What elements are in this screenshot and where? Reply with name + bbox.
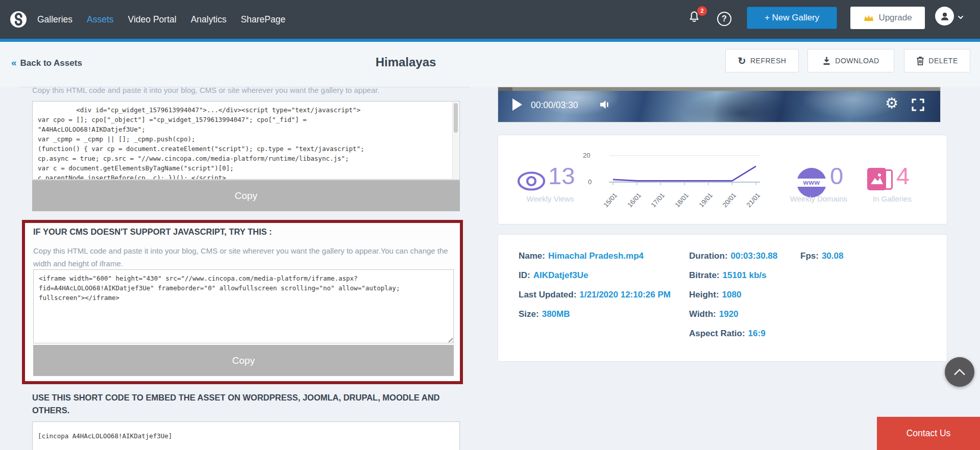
- code-scrollbar-thumb[interactable]: [454, 103, 458, 133]
- chart-xtick: 19/01: [694, 191, 715, 213]
- chart-xtick: 15/01: [598, 191, 619, 213]
- seek-bar[interactable]: [498, 87, 940, 91]
- trash-icon: [916, 56, 924, 66]
- cms-no-javascript-section: IF YOUR CMS DOESN'T SUPPORT JAVASCRIPT, …: [22, 220, 463, 384]
- download-label: DOWNLOAD: [835, 57, 879, 65]
- play-button[interactable]: [512, 98, 522, 111]
- weekly-views-value: 13: [548, 162, 575, 190]
- delete-button[interactable]: DELETE: [904, 49, 970, 72]
- asset-details-card: Name:Himachal Pradesh.mp4 ID:AIKDatjef3U…: [498, 234, 947, 362]
- refresh-button[interactable]: ↻ REFRESH: [725, 49, 799, 72]
- nav-item-analytics[interactable]: Analytics: [191, 14, 227, 25]
- www-domains-icon: www: [797, 168, 826, 197]
- chart-xtick: 18/01: [670, 191, 691, 213]
- top-navigation-bar: Galleries Assets Video Portal Analytics …: [0, 0, 980, 39]
- in-galleries-label: In Galleries: [862, 194, 923, 203]
- refresh-label: REFRESH: [750, 57, 786, 65]
- nav-items: Galleries Assets Video Portal Analytics …: [37, 0, 285, 39]
- detail-aspect-ratio: Aspect Ratio:16:9: [689, 329, 766, 339]
- detail-id: ID:AIKDatjef3Ue: [519, 270, 588, 281]
- asset-details-page: Galleries Assets Video Portal Analytics …: [0, 0, 980, 450]
- playback-time: 00:00/03:30: [531, 100, 578, 111]
- code-scrollbar: [452, 102, 459, 179]
- www-text: www: [795, 179, 828, 187]
- in-galleries-icon: [867, 168, 893, 192]
- shortcode-box[interactable]: [cincopa A4HAcLOLOO68!AIKDatjef3Ue]: [32, 421, 460, 450]
- iframe-embed-code-box[interactable]: <iframe width="600" height="430" src="//…: [33, 269, 454, 343]
- copy-js-code-button[interactable]: Copy: [32, 180, 460, 211]
- back-to-assets-link[interactable]: «Back to Assets: [11, 57, 82, 68]
- iframe-embed-code: <iframe width="600" height="430" src="//…: [34, 270, 453, 303]
- embed-code-panel: Copy this HTML code and paste it into yo…: [20, 87, 470, 450]
- detail-size: Size:380MB: [519, 309, 570, 319]
- in-galleries-value: 4: [896, 162, 910, 190]
- weekly-views-chart: [603, 151, 766, 187]
- back-chevrons-icon: «: [11, 57, 17, 68]
- nav-item-video-portal[interactable]: Video Portal: [128, 14, 177, 25]
- chart-ytick-0: 0: [588, 178, 592, 186]
- gallery-card-front: [867, 168, 886, 190]
- cms-section-text: Copy this HTML code and paste it into yo…: [33, 244, 454, 270]
- detail-height: Height:1080: [689, 290, 741, 300]
- video-player[interactable]: 00:00/03:30 ⚙: [498, 87, 941, 122]
- chevron-up-icon: [953, 368, 966, 376]
- new-gallery-button[interactable]: + New Gallery: [747, 7, 837, 29]
- weekly-views-label: Weekly Views: [517, 194, 584, 203]
- embed-instructions: Copy this HTML code and paste it into yo…: [32, 87, 461, 94]
- chart-xtick: 16/01: [622, 191, 643, 213]
- nav-item-assets[interactable]: Assets: [87, 14, 114, 25]
- chart-xtick: 21/01: [741, 191, 762, 213]
- detail-bitrate: Bitrate:15101 kb/s: [689, 270, 767, 281]
- fullscreen-icon[interactable]: [911, 98, 925, 112]
- shortcode-section-heading: USE THIS SHORT CODE TO EMBED THE ASSET O…: [32, 391, 446, 417]
- download-button[interactable]: DOWNLOAD: [807, 49, 894, 72]
- weekly-stats-card: 13 Weekly Views 20 0 15/01 16/01 17/01 1…: [498, 135, 947, 224]
- refresh-icon: ↻: [738, 56, 746, 66]
- crown-icon: [863, 14, 874, 22]
- shortcode-text: [cincopa A4HAcLOLOO68!AIKDatjef3Ue]: [33, 422, 459, 441]
- textarea-resize-handle[interactable]: [446, 336, 453, 342]
- notifications-bell-icon[interactable]: 2: [687, 9, 704, 29]
- account-chevron-down-icon[interactable]: [958, 15, 964, 19]
- detail-width: Width:1920: [689, 309, 739, 319]
- upgrade-button[interactable]: Upgrade: [850, 7, 925, 29]
- weekly-domains-value: 0: [830, 162, 843, 190]
- back-label: Back to Assets: [20, 58, 82, 68]
- download-icon: [822, 56, 831, 65]
- detail-name: Name:Himachal Pradesh.mp4: [519, 251, 644, 261]
- seek-progress: [498, 87, 512, 91]
- detail-duration: Duration:00:03:30.88: [689, 251, 777, 261]
- contact-us-button[interactable]: Contact Us: [877, 417, 980, 450]
- upgrade-label: Upgrade: [878, 13, 912, 23]
- volume-icon[interactable]: [599, 99, 610, 110]
- cincopa-logo[interactable]: [10, 11, 27, 28]
- person-icon: [939, 11, 950, 22]
- copy-iframe-code-button[interactable]: Copy: [33, 345, 454, 376]
- chart-xtick: 17/01: [646, 191, 667, 213]
- detail-last-updated: Last Updated:1/21/2020 12:10:26 PM: [519, 290, 671, 300]
- eye-icon: [517, 170, 546, 192]
- cms-section-heading: IF YOUR CMS DOESN'T SUPPORT JAVASCRIPT, …: [33, 227, 272, 237]
- detail-fps: Fps:30.08: [800, 251, 843, 261]
- chart-ytick-20: 20: [583, 152, 590, 159]
- user-avatar[interactable]: [935, 7, 954, 26]
- weekly-domains-label: Weekly Domains: [780, 194, 857, 203]
- chart-xtick: 20/01: [717, 191, 738, 213]
- javascript-embed-code: <div id="cp_widget_1579613994047">...</d…: [33, 102, 459, 180]
- notification-count-badge: 2: [697, 6, 707, 16]
- nav-item-galleries[interactable]: Galleries: [37, 14, 72, 25]
- page-title: Himalayas: [329, 55, 482, 69]
- delete-label: DELETE: [928, 57, 958, 65]
- scroll-to-top-button[interactable]: [945, 357, 974, 387]
- nav-item-sharepage[interactable]: SharePage: [241, 14, 286, 25]
- player-settings-gear-icon[interactable]: ⚙: [885, 96, 898, 111]
- javascript-embed-code-box[interactable]: <div id="cp_widget_1579613994047">...</d…: [32, 101, 460, 180]
- page-header: «Back to Assets Himalayas ↻ REFRESH DOWN…: [0, 42, 980, 87]
- help-icon[interactable]: ?: [717, 12, 731, 26]
